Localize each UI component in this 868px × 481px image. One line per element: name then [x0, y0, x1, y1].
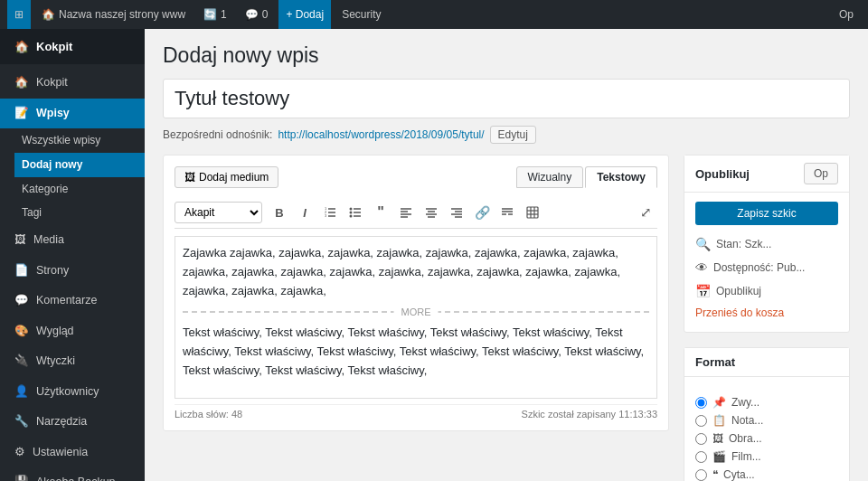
updates-icon: 🔄	[203, 8, 217, 21]
format-aside: 📋 Nota...	[695, 411, 838, 429]
format-box: Format 📌 Zwy... 📋 No	[684, 347, 850, 481]
more-divider	[183, 311, 649, 313]
blockquote-button[interactable]: "	[369, 201, 392, 224]
format-video-radio[interactable]	[695, 451, 707, 463]
align-right-button[interactable]	[445, 201, 468, 224]
calendar-icon: 📅	[695, 284, 711, 298]
main-content: Dodaj nowy wpis Bezpośredni odnośnik: ht…	[145, 29, 868, 481]
sidebar-item-dodaj-nowy[interactable]: Dodaj nowy	[14, 153, 145, 177]
italic-button[interactable]: I	[293, 201, 316, 224]
link-button[interactable]: 🔗	[470, 201, 494, 224]
sidebar-item-narzedzia[interactable]: 🔧 Narzędzia	[0, 407, 145, 438]
status-row: 🔍 Stan: Szk...	[695, 232, 838, 256]
tab-text[interactable]: Tekstowy	[585, 166, 657, 188]
publish-box-body: Zapisz szkic 🔍 Stan: Szk... 👁 Dostępność…	[684, 193, 849, 332]
backup-icon: 💾	[14, 475, 29, 481]
svg-point-6	[350, 208, 353, 211]
page-title: Dodaj nowy wpis	[163, 43, 850, 68]
table-button[interactable]	[521, 201, 544, 224]
format-video: 🎬 Film...	[695, 448, 838, 466]
post-title-input[interactable]	[163, 79, 850, 118]
svg-point-7	[350, 212, 353, 214]
sidebar-brand[interactable]: 🏠 Kokpit	[0, 29, 145, 64]
svg-point-8	[350, 215, 353, 218]
fullscreen-button[interactable]: ⤢	[634, 201, 657, 224]
save-time: Szkic został zapisany 11:13:33	[522, 409, 657, 420]
format-select[interactable]: Akapit Nagłówek 1 Nagłówek 2 Nagłówek 3	[175, 202, 262, 223]
sidebar-item-wtyczki[interactable]: 🔌 Wtyczki	[0, 346, 145, 377]
more-tag-button[interactable]	[495, 201, 519, 224]
pages-icon: 📄	[14, 263, 29, 279]
sidebar-item-ustawienia[interactable]: ⚙ Ustawienia	[0, 438, 145, 468]
sidebar-item-media[interactable]: 🖼 Media	[0, 225, 145, 256]
security-menu-item[interactable]: Security	[335, 0, 388, 29]
format-standard: 📌 Zwy...	[695, 393, 838, 411]
word-count: Liczba słów: 48	[175, 409, 242, 420]
editor-footer: Liczba słów: 48 Szkic został zapisany 11…	[175, 404, 657, 420]
align-center-button[interactable]	[420, 201, 443, 224]
content-area: 🖼 Dodaj medium Wizualny Tekstowy Akapit …	[163, 155, 850, 481]
status-icon: 🔍	[695, 237, 711, 251]
ul-button[interactable]	[344, 201, 367, 224]
format-radio-group: 📌 Zwy... 📋 Nota... 🖼 Ob	[695, 386, 838, 481]
add-media-button[interactable]: 🖼 Dodaj medium	[175, 166, 278, 188]
sidebar-item-kategorie[interactable]: Kategorie	[14, 177, 145, 202]
wp-logo[interactable]: ⊞	[7, 0, 31, 29]
sidebar-item-akeeba[interactable]: 💾 Akeeba Backup	[0, 467, 145, 481]
editor-tabs: Wizualny Tekstowy	[516, 166, 657, 188]
sidebar-item-tagi[interactable]: Tagi	[14, 201, 145, 225]
align-left-button[interactable]	[394, 201, 418, 224]
visibility-label: Dostępność: Pub...	[713, 261, 805, 274]
op-button[interactable]: Op	[804, 163, 838, 184]
sidebar-item-strony[interactable]: 📄 Strony	[0, 256, 145, 287]
sidebar-item-wpisy[interactable]: 📝 Wpisy	[0, 99, 145, 129]
right-column: Opublikuj Op Zapisz szkic 🔍 Stan: Szk...…	[669, 155, 850, 481]
bold-button[interactable]: B	[268, 201, 291, 224]
svg-rect-28	[527, 207, 538, 218]
format-standard-radio[interactable]	[695, 397, 707, 409]
sidebar: 🏠 Kokpit 🏠 Kokpit 📝 Wpisy Wszystkie wpis…	[0, 29, 145, 481]
edit-permalink-button[interactable]: Edytuj	[490, 126, 536, 144]
ol-button[interactable]: 123	[318, 201, 342, 224]
comments-icon: 💬	[245, 8, 259, 21]
editor-container: 🖼 Dodaj medium Wizualny Tekstowy Akapit …	[163, 155, 669, 431]
op-button[interactable]: Op	[832, 0, 861, 29]
comments-indicator[interactable]: 💬 0	[238, 0, 276, 29]
save-draft-button[interactable]: Zapisz szkic	[695, 202, 838, 225]
image-icon: 🖼	[712, 432, 723, 445]
aside-icon: 📋	[712, 414, 726, 427]
sidebar-item-komentarze[interactable]: 💬 Komentarze	[0, 286, 145, 316]
settings-icon: ⚙	[14, 445, 25, 461]
publish-label: Opublikuj	[716, 285, 761, 297]
format-image-radio[interactable]	[695, 433, 707, 445]
format-quote-radio[interactable]	[695, 469, 707, 481]
editor-area[interactable]: Zajawka zajawka, zajawka, zajawka, zajaw…	[175, 236, 657, 399]
updates-indicator[interactable]: 🔄 1	[196, 0, 234, 29]
video-icon: 🎬	[712, 450, 726, 463]
sidebar-item-kokpit[interactable]: 🏠 Kokpit	[0, 68, 145, 99]
editor-content-after: Tekst właściwy, Tekst właściwy, Tekst wł…	[183, 324, 649, 380]
home-icon: 🏠	[14, 75, 29, 91]
trash-link[interactable]: Przenieś do kosza	[695, 303, 838, 323]
comments-icon: 💬	[14, 293, 29, 309]
posts-icon: 📝	[14, 106, 29, 122]
publish-box-header[interactable]: Opublikuj Op	[684, 156, 849, 193]
editor-main: 🖼 Dodaj medium Wizualny Tekstowy Akapit …	[163, 155, 669, 481]
format-aside-radio[interactable]	[695, 415, 707, 427]
sidebar-item-wszystkie-wpisy[interactable]: Wszystkie wpisy	[14, 128, 145, 153]
users-icon: 👤	[14, 384, 29, 401]
sidebar-item-uzytkownicy[interactable]: 👤 Użytkownicy	[0, 377, 145, 408]
format-box-header[interactable]: Format	[684, 348, 849, 377]
media-icon: 🖼	[184, 171, 195, 184]
tab-visual[interactable]: Wizualny	[516, 166, 584, 188]
permalink-link[interactable]: http://localhost/wordpress/2018/09/05/ty…	[278, 128, 484, 141]
sidebar-item-wyglad[interactable]: 🎨 Wygląd	[0, 316, 145, 347]
tools-icon: 🔧	[14, 414, 29, 430]
site-name[interactable]: 🏠 Nazwa naszej strony www	[34, 0, 193, 29]
sidebar-section-main: 🏠 Kokpit 📝 Wpisy Wszystkie wpisy Dodaj n…	[0, 68, 145, 481]
add-new-button[interactable]: + Dodaj	[278, 0, 331, 29]
permalink-label: Bezpośredni odnośnik:	[163, 128, 272, 141]
sidebar-sub-wpisy: Wszystkie wpisy Dodaj nowy Kategorie Tag…	[0, 128, 145, 225]
plugins-icon: 🔌	[14, 354, 29, 370]
editor-content-before: Zajawka zajawka, zajawka, zajawka, zajaw…	[183, 244, 649, 300]
